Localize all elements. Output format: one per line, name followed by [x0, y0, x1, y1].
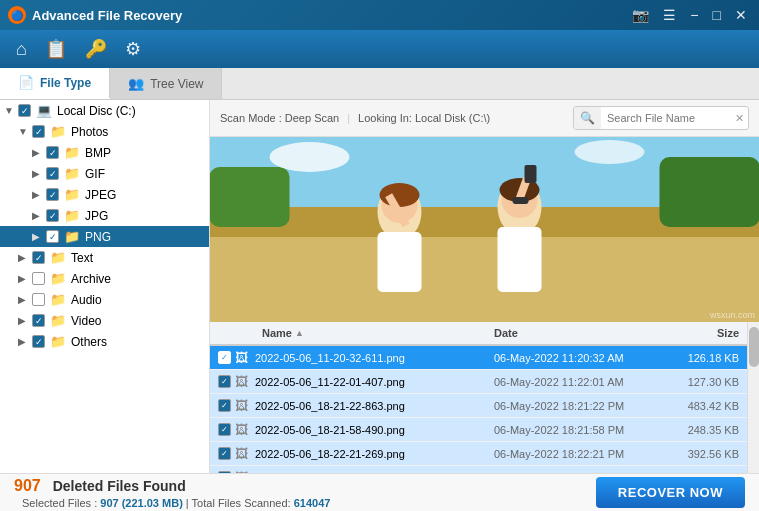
svg-point-7: [380, 183, 420, 207]
col-size-header[interactable]: Size: [659, 327, 739, 339]
search-input[interactable]: [601, 109, 731, 127]
maximize-btn[interactable]: □: [709, 7, 725, 23]
close-btn[interactable]: ✕: [731, 7, 751, 23]
tree-label-jpg: JPG: [85, 209, 108, 223]
tree-item-png[interactable]: ▶ ✓ 📁 PNG: [0, 226, 209, 247]
tree-item-jpg[interactable]: ▶ ✓ 📁 JPG: [0, 205, 209, 226]
watermark: wsxun.com: [710, 310, 755, 320]
key-btn[interactable]: 🔑: [79, 38, 113, 60]
tree-item-others[interactable]: ▶ ✓ 📁 Others: [0, 331, 209, 352]
checkbox-png[interactable]: ✓: [46, 230, 59, 243]
col-name-header[interactable]: Name ▲: [262, 327, 494, 339]
file-list-container: Name ▲ Date Size ✓ 🖼 2022-05-06_11-20-32…: [210, 322, 759, 473]
file-row[interactable]: ✓ 🖼 2022-05-06_11-22-01-407.png 06-May-2…: [210, 370, 747, 394]
file-checkbox[interactable]: ✓: [218, 423, 231, 436]
file-checkbox[interactable]: ✓: [218, 471, 231, 473]
col-date-header[interactable]: Date: [494, 327, 659, 339]
scan-bar: Scan Mode : Deep Scan | Looking In: Loca…: [210, 100, 759, 137]
file-row[interactable]: ✓ 🖼 2022-05-06_18-21-22-863.png 06-May-2…: [210, 394, 747, 418]
file-type-icon: 🖼: [235, 398, 248, 413]
expand-icon-text: ▶: [18, 252, 30, 263]
file-size: 392.56 KB: [659, 448, 739, 460]
menu-icon[interactable]: ☰: [659, 7, 680, 23]
file-list-area: Name ▲ Date Size ✓ 🖼 2022-05-06_11-20-32…: [210, 322, 747, 473]
scrollbar-track[interactable]: [747, 322, 759, 473]
tree-item-video[interactable]: ▶ ✓ 📁 Video: [0, 310, 209, 331]
expand-icon-png: ▶: [32, 231, 44, 242]
file-checkbox[interactable]: ✓: [218, 375, 231, 388]
tree-item-gif[interactable]: ▶ ✓ 📁 GIF: [0, 163, 209, 184]
tree-label-jpeg: JPEG: [85, 188, 116, 202]
tree-item-jpeg[interactable]: ▶ ✓ 📁 JPEG: [0, 184, 209, 205]
checkbox-text[interactable]: ✓: [32, 251, 45, 264]
svg-rect-2: [210, 237, 759, 322]
title-bar: 🔵 Advanced File Recovery 📷 ☰ − □ ✕: [0, 0, 759, 30]
tab-tree-view-label: Tree View: [150, 77, 203, 91]
file-checkbox[interactable]: ✓: [218, 351, 231, 364]
expand-icon-archive: ▶: [18, 273, 30, 284]
file-row[interactable]: ✓ 🖼 2022-05-06_11-20-32-611.png 06-May-2…: [210, 346, 747, 370]
tree-item-local-disk[interactable]: ▼ ✓ 💻 Local Disc (C:): [0, 100, 209, 121]
tree-item-bmp[interactable]: ▶ ✓ 📁 BMP: [0, 142, 209, 163]
svg-point-19: [575, 140, 645, 164]
tab-tree-view[interactable]: 👥 Tree View: [110, 68, 222, 99]
file-name: 2022-05-06_18-21-22-863.png: [255, 400, 494, 412]
checkbox-photos[interactable]: ✓: [32, 125, 45, 138]
file-size: 126.18 KB: [659, 352, 739, 364]
checkbox-video[interactable]: ✓: [32, 314, 45, 327]
file-row[interactable]: ✓ 🖼 2022-05-06_18-23-02-205.png 06-May-2…: [210, 466, 747, 473]
right-panel: Scan Mode : Deep Scan | Looking In: Loca…: [210, 100, 759, 473]
tree-item-archive[interactable]: ▶ 📁 Archive: [0, 268, 209, 289]
file-checkbox[interactable]: ✓: [218, 399, 231, 412]
file-type-icon: 🖼: [235, 470, 248, 473]
tree-item-photos[interactable]: ▼ ✓ 📁 Photos: [0, 121, 209, 142]
expand-icon-jpeg: ▶: [32, 189, 44, 200]
expand-icon-video: ▶: [18, 315, 30, 326]
svg-rect-17: [660, 157, 760, 227]
folder-icon-png: 📁: [64, 229, 80, 244]
file-row[interactable]: ✓ 🖼 2022-05-06_18-21-58-490.png 06-May-2…: [210, 418, 747, 442]
file-date: 06-May-2022 18:22:21 PM: [494, 448, 659, 460]
search-clear-btn[interactable]: ✕: [731, 112, 748, 125]
file-date: 06-May-2022 18:21:22 PM: [494, 400, 659, 412]
file-list-header: Name ▲ Date Size: [210, 322, 747, 346]
scan-btn[interactable]: 📋: [39, 38, 73, 60]
notification-icon[interactable]: 📷: [628, 7, 653, 23]
search-icon: 🔍: [574, 107, 601, 129]
tree-item-audio[interactable]: ▶ 📁 Audio: [0, 289, 209, 310]
checkbox-jpg[interactable]: ✓: [46, 209, 59, 222]
file-date: 06-May-2022 18:23:02 PM: [494, 472, 659, 474]
file-name: 2022-05-06_18-23-02-205.png: [255, 472, 494, 474]
folder-icon-audio: 📁: [50, 292, 66, 307]
file-size: 483.42 KB: [659, 400, 739, 412]
home-btn[interactable]: ⌂: [10, 39, 33, 60]
checkbox-archive[interactable]: [32, 272, 45, 285]
folder-icon-text: 📁: [50, 250, 66, 265]
status-bar: 907 Deleted Files Found Selected Files :…: [0, 473, 759, 511]
left-panel: ▼ ✓ 💻 Local Disc (C:) ▼ ✓ 📁 Photos ▶ ✓ 📁…: [0, 100, 210, 473]
file-row[interactable]: ✓ 🖼 2022-05-06_18-22-21-269.png 06-May-2…: [210, 442, 747, 466]
file-checkbox[interactable]: ✓: [218, 447, 231, 460]
scrollbar-thumb[interactable]: [749, 327, 759, 367]
recover-now-btn[interactable]: RECOVER NOW: [596, 477, 745, 508]
file-name: 2022-05-06_18-21-58-490.png: [255, 424, 494, 436]
minimize-btn[interactable]: −: [686, 7, 702, 23]
file-date: 06-May-2022 18:21:58 PM: [494, 424, 659, 436]
file-rows-container: ✓ 🖼 2022-05-06_11-20-32-611.png 06-May-2…: [210, 346, 747, 473]
file-size: 127.30 KB: [659, 376, 739, 388]
app-title: Advanced File Recovery: [32, 8, 324, 23]
tab-file-type[interactable]: 📄 File Type: [0, 68, 110, 99]
checkbox-others[interactable]: ✓: [32, 335, 45, 348]
checkbox-gif[interactable]: ✓: [46, 167, 59, 180]
settings-btn[interactable]: ⚙: [119, 38, 147, 60]
checkbox-audio[interactable]: [32, 293, 45, 306]
svg-rect-15: [513, 197, 529, 204]
file-type-icon: 🖼: [235, 374, 248, 389]
tree-label-photos: Photos: [71, 125, 108, 139]
checkbox-jpeg[interactable]: ✓: [46, 188, 59, 201]
checkbox-local-disk[interactable]: ✓: [18, 104, 31, 117]
checkbox-bmp[interactable]: ✓: [46, 146, 59, 159]
folder-icon-photos: 📁: [50, 124, 66, 139]
tree-label-local-disk: Local Disc (C:): [57, 104, 136, 118]
tree-item-text[interactable]: ▶ ✓ 📁 Text: [0, 247, 209, 268]
